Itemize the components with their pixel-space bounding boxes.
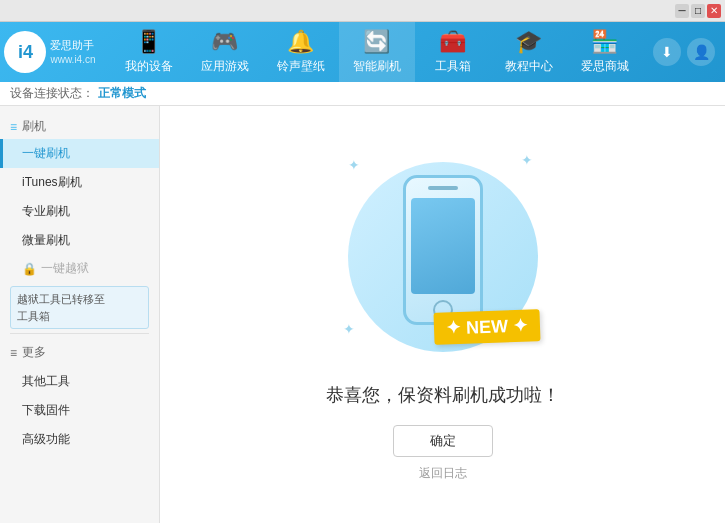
nav-item-toolbox[interactable]: 🧰 工具箱 [415,22,491,82]
user-button[interactable]: 👤 [687,38,715,66]
header: i4 爱思助手 www.i4.cn 📱 我的设备 🎮 应用游戏 🔔 铃声壁纸 🔄… [0,22,725,82]
sidebar-item-one-click-flash[interactable]: 一键刷机 [0,139,159,168]
logo-circle: i4 [4,31,46,73]
apps-games-icon: 🎮 [211,29,238,55]
content-area: ✦ ✦ ✦ ✦ NEW ✦ 恭喜您，保资料刷机成功啦！ 确定 返回日志 [160,106,725,523]
connection-status-bar: 设备连接状态： 正常模式 [0,82,725,106]
nav-items: 📱 我的设备 🎮 应用游戏 🔔 铃声壁纸 🔄 智能刷机 🧰 工具箱 🎓 教程中心… [100,22,653,82]
success-text: 恭喜您，保资料刷机成功啦！ [326,383,560,407]
close-button[interactable]: ✕ [707,4,721,18]
title-bar: ─ □ ✕ [0,0,725,22]
confirm-button[interactable]: 确定 [393,425,493,457]
sparkle-2: ✦ [521,152,533,168]
sidebar-item-micro-flash[interactable]: 微量刷机 [0,226,159,255]
sparkle-1: ✦ [348,157,360,173]
sidebar-section-flash: ≡ 刷机 [0,112,159,139]
sidebar-item-advanced[interactable]: 高级功能 [0,425,159,454]
nav-item-smart-shop[interactable]: 🔄 智能刷机 [339,22,415,82]
sidebar-item-download-firmware[interactable]: 下载固件 [0,396,159,425]
logo-text: 爱思助手 www.i4.cn [50,38,95,65]
ringtone-icon: 🔔 [287,29,314,55]
new-badge: ✦ NEW ✦ [434,309,541,345]
itunes-city-icon: 🏪 [591,29,618,55]
sidebar-item-itunes-flash[interactable]: iTunes刷机 [0,168,159,197]
lock-icon: 🔒 [22,262,37,276]
my-device-icon: 📱 [135,29,162,55]
conn-status-label: 设备连接状态： [10,85,94,102]
logo-char: i4 [18,42,33,63]
sidebar-divider [10,333,149,334]
nav-item-ringtone[interactable]: 🔔 铃声壁纸 [263,22,339,82]
smart-shop-icon: 🔄 [363,29,390,55]
nav-item-tutorial[interactable]: 🎓 教程中心 [491,22,567,82]
back-link[interactable]: 返回日志 [419,465,467,482]
sidebar-notice: 越狱工具已转移至 工具箱 [10,286,149,329]
nav-item-itunes-city[interactable]: 🏪 爱思商城 [567,22,643,82]
flash-section-icon: ≡ [10,120,17,134]
more-section-icon: ≡ [10,346,17,360]
sidebar-section-more: ≡ 更多 [0,338,159,367]
nav-right: ⬇ 👤 [653,38,725,66]
tutorial-icon: 🎓 [515,29,542,55]
maximize-button[interactable]: □ [691,4,705,18]
sidebar: ≡ 刷机 一键刷机 iTunes刷机 专业刷机 微量刷机 🔒 一键越狱 越狱工具… [0,106,160,523]
sidebar-locked-jailbreak: 🔒 一键越狱 [0,255,159,282]
nav-item-my-device[interactable]: 📱 我的设备 [111,22,187,82]
minimize-button[interactable]: ─ [675,4,689,18]
nav-item-apps-games[interactable]: 🎮 应用游戏 [187,22,263,82]
toolbox-icon: 🧰 [439,29,466,55]
sparkle-3: ✦ [343,321,355,337]
sidebar-item-other-tools[interactable]: 其他工具 [0,367,159,396]
sidebar-item-pro-flash[interactable]: 专业刷机 [0,197,159,226]
phone-illustration: ✦ ✦ ✦ ✦ NEW ✦ [343,147,543,367]
main-area: ≡ 刷机 一键刷机 iTunes刷机 专业刷机 微量刷机 🔒 一键越狱 越狱工具… [0,106,725,523]
download-button[interactable]: ⬇ [653,38,681,66]
conn-status-value: 正常模式 [98,85,146,102]
logo[interactable]: i4 爱思助手 www.i4.cn [0,31,100,73]
